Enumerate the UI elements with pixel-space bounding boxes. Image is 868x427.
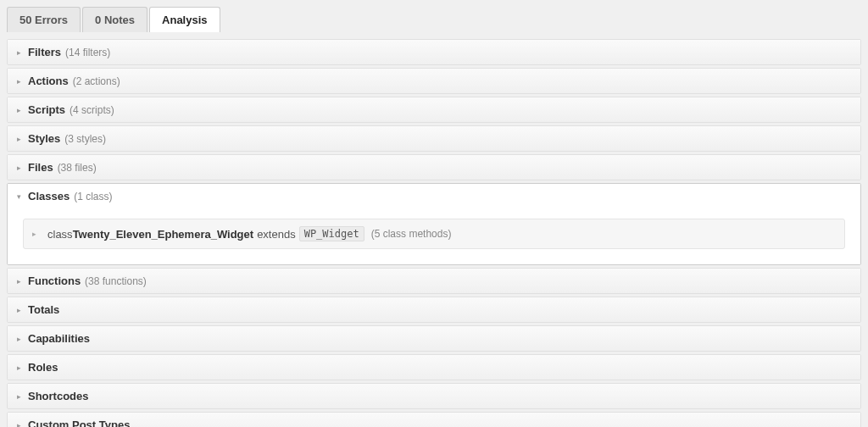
section-title: Filters (28, 46, 61, 58)
tab-analysis[interactable]: Analysis (149, 7, 220, 32)
section-header[interactable]: ▸Scripts(4 scripts) (8, 97, 860, 122)
class-row[interactable]: ▸class Twenty_Eleven_Ephemera_Widgetexte… (23, 219, 845, 249)
section-header[interactable]: ▸Shortcodes (8, 384, 860, 408)
tab-50-errors[interactable]: 50 Errors (7, 7, 81, 32)
chevron-down-icon: ▾ (14, 192, 23, 201)
section-totals: ▸Totals (7, 297, 861, 323)
section-count: (2 actions) (73, 75, 120, 87)
section-actions: ▸Actions(2 actions) (7, 68, 861, 94)
tab-bar: 50 Errors0 NotesAnalysis (0, 0, 868, 32)
analysis-content: ▸Filters(14 filters)▸Actions(2 actions)▸… (0, 32, 868, 427)
extends-keyword: extends (257, 228, 296, 241)
section-header[interactable]: ▸Files(38 files) (8, 155, 860, 180)
section-scripts: ▸Scripts(4 scripts) (7, 97, 861, 123)
parent-class: WP_Widget (299, 226, 364, 241)
section-classes: ▾Classes(1 class)▸class Twenty_Eleven_Ep… (7, 183, 861, 265)
section-count: (4 scripts) (70, 104, 114, 116)
class-keyword: class (47, 228, 73, 241)
class-name: Twenty_Eleven_Ephemera_Widget (73, 228, 254, 241)
section-title: Files (28, 161, 53, 174)
section-title: Functions (28, 274, 81, 287)
section-title: Actions (28, 75, 69, 87)
section-header[interactable]: ▸Totals (8, 297, 860, 322)
section-title: Custom Post Types (28, 419, 130, 427)
section-count: (38 functions) (85, 275, 147, 287)
chevron-right-icon: ▸ (14, 48, 23, 57)
chevron-right-icon: ▸ (14, 392, 23, 401)
chevron-right-icon: ▸ (14, 306, 23, 314)
section-header[interactable]: ▸Filters(14 filters) (8, 40, 860, 64)
section-count: (38 files) (58, 162, 97, 174)
section-header[interactable]: ▸Roles (8, 355, 860, 380)
section-filters: ▸Filters(14 filters) (7, 39, 861, 65)
section-title: Roles (28, 361, 58, 374)
chevron-right-icon: ▸ (14, 363, 23, 372)
section-shortcodes: ▸Shortcodes (7, 383, 861, 409)
section-header[interactable]: ▸Actions(2 actions) (8, 69, 860, 93)
class-methods-count: (5 class methods) (371, 228, 452, 240)
section-header[interactable]: ▸Capabilities (8, 326, 860, 351)
section-body: ▸class Twenty_Eleven_Ephemera_Widgetexte… (8, 208, 860, 264)
chevron-right-icon: ▸ (14, 77, 23, 86)
chevron-right-icon: ▸ (14, 135, 23, 143)
section-header[interactable]: ▸Custom Post Types (8, 413, 860, 427)
section-count: (3 styles) (64, 133, 106, 145)
section-functions: ▸Functions(38 functions) (7, 268, 861, 294)
chevron-right-icon: ▸ (32, 230, 41, 238)
chevron-right-icon: ▸ (14, 421, 23, 428)
section-capabilities: ▸Capabilities (7, 325, 861, 352)
section-count: (14 filters) (65, 47, 110, 58)
section-header[interactable]: ▸Styles(3 styles) (8, 126, 860, 151)
section-header[interactable]: ▾Classes(1 class) (8, 184, 860, 208)
section-title: Styles (28, 132, 60, 145)
section-title: Shortcodes (28, 390, 89, 402)
chevron-right-icon: ▸ (14, 277, 23, 286)
chevron-right-icon: ▸ (14, 106, 23, 114)
section-custom-post-types: ▸Custom Post Types (7, 412, 861, 427)
section-title: Scripts (28, 103, 65, 116)
section-styles: ▸Styles(3 styles) (7, 125, 861, 152)
section-header[interactable]: ▸Functions(38 functions) (8, 269, 860, 293)
chevron-right-icon: ▸ (14, 335, 23, 343)
section-title: Totals (28, 303, 59, 316)
chevron-right-icon: ▸ (14, 164, 23, 172)
section-count: (1 class) (74, 191, 112, 202)
section-files: ▸Files(38 files) (7, 154, 861, 180)
section-roles: ▸Roles (7, 354, 861, 380)
tab-0-notes[interactable]: 0 Notes (82, 7, 147, 32)
section-title: Classes (28, 190, 70, 202)
section-title: Capabilities (28, 332, 90, 345)
